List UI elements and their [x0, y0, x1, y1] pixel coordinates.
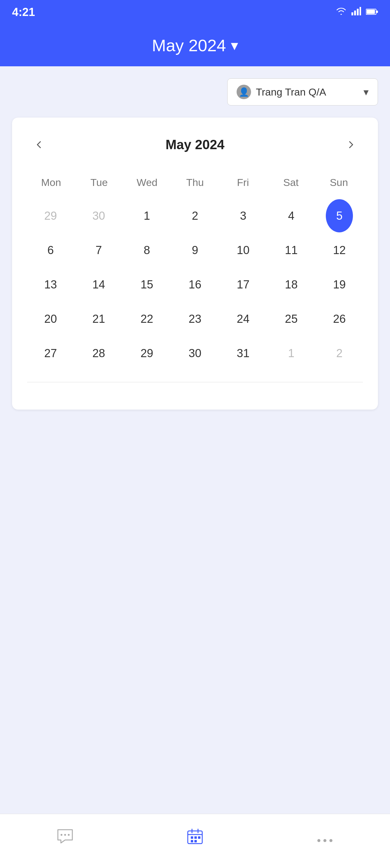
- svg-point-7: [61, 834, 62, 836]
- user-selector-chevron-icon: ▾: [363, 86, 369, 98]
- calendar-day-25[interactable]: 25: [277, 302, 305, 336]
- next-month-button[interactable]: [339, 133, 363, 157]
- calendar-card: May 2024 Mon Tue Wed Thu Fri Sat Sun: [12, 118, 378, 410]
- calendar-day-10[interactable]: 10: [230, 234, 257, 267]
- calendar-day-2[interactable]: 2: [181, 199, 209, 232]
- calendar-day-17[interactable]: 17: [230, 268, 257, 301]
- weekday-sun: Sun: [315, 172, 363, 193]
- calendar-day-24[interactable]: 24: [230, 302, 257, 336]
- svg-point-8: [64, 834, 66, 836]
- status-icons: [336, 7, 378, 18]
- calendar-divider: [27, 382, 363, 382]
- nav-calendar[interactable]: [130, 814, 260, 862]
- svg-rect-1: [354, 10, 356, 16]
- calendar-day-14[interactable]: 14: [85, 268, 113, 301]
- calendar-day-11[interactable]: 11: [277, 234, 305, 267]
- user-name: Trang Tran Q/A: [256, 86, 359, 98]
- calendar-day-18[interactable]: 18: [277, 268, 305, 301]
- weekday-sat: Sat: [267, 172, 315, 193]
- calendar-day-12[interactable]: 12: [326, 234, 353, 267]
- chat-icon: [57, 829, 73, 848]
- calendar-day-2-next[interactable]: 2: [326, 337, 353, 370]
- calendar-day-27[interactable]: 27: [37, 337, 64, 370]
- prev-month-button[interactable]: [27, 133, 51, 157]
- nav-more[interactable]: [260, 814, 390, 862]
- bottom-navigation: [0, 814, 390, 868]
- nav-chat[interactable]: [0, 814, 130, 862]
- status-bar: 4:21: [0, 0, 390, 24]
- battery-icon: [366, 7, 378, 17]
- calendar-weekdays: Mon Tue Wed Thu Fri Sat Sun: [27, 172, 363, 193]
- calendar-day-13[interactable]: 13: [37, 268, 64, 301]
- svg-rect-18: [194, 840, 197, 842]
- svg-rect-15: [194, 836, 197, 839]
- svg-point-9: [68, 834, 70, 836]
- calendar-day-1[interactable]: 1: [133, 199, 160, 232]
- calendar-month-title: May 2024: [166, 137, 224, 152]
- calendar-day-29[interactable]: 29: [133, 337, 160, 370]
- svg-rect-5: [366, 10, 375, 14]
- calendar-day-29-prev[interactable]: 29: [37, 199, 64, 232]
- user-selector[interactable]: 👤 Trang Tran Q/A ▾: [227, 79, 378, 105]
- calendar-day-20[interactable]: 20: [37, 302, 64, 336]
- svg-point-20: [323, 839, 326, 842]
- svg-point-21: [329, 839, 332, 842]
- person-icon: 👤: [239, 87, 249, 97]
- calendar-day-7[interactable]: 7: [85, 234, 113, 267]
- calendar-day-30[interactable]: 30: [181, 337, 209, 370]
- more-icon: [316, 829, 334, 847]
- calendar-day-28[interactable]: 28: [85, 337, 113, 370]
- svg-rect-17: [191, 840, 193, 842]
- calendar-day-8[interactable]: 8: [133, 234, 160, 267]
- signal-icon: [352, 7, 361, 18]
- calendar-day-26[interactable]: 26: [326, 302, 353, 336]
- avatar: 👤: [237, 85, 251, 99]
- calendar-day-15[interactable]: 15: [133, 268, 160, 301]
- header-chevron-icon: ▾: [231, 37, 238, 54]
- svg-rect-16: [198, 836, 201, 839]
- calendar-day-22[interactable]: 22: [133, 302, 160, 336]
- calendar-day-9[interactable]: 9: [181, 234, 209, 267]
- calendar-day-6[interactable]: 6: [37, 234, 64, 267]
- svg-rect-14: [191, 836, 193, 839]
- page-content: 👤 Trang Tran Q/A ▾ May 2024: [0, 66, 390, 814]
- calendar-grid: Mon Tue Wed Thu Fri Sat Sun 29 30 1 2 3 …: [27, 172, 363, 370]
- calendar-day-16[interactable]: 16: [181, 268, 209, 301]
- calendar-day-19[interactable]: 19: [326, 268, 353, 301]
- user-selector-container: 👤 Trang Tran Q/A ▾: [12, 79, 378, 105]
- svg-point-19: [318, 839, 320, 842]
- svg-rect-2: [357, 9, 359, 16]
- calendar-day-31[interactable]: 31: [230, 337, 257, 370]
- calendar-day-3[interactable]: 3: [230, 199, 257, 232]
- header[interactable]: May 2024 ▾: [0, 24, 390, 66]
- status-time: 4:21: [12, 6, 35, 19]
- calendar-day-1-next[interactable]: 1: [277, 337, 305, 370]
- weekday-mon: Mon: [27, 172, 75, 193]
- calendar-day-21[interactable]: 21: [85, 302, 113, 336]
- calendar-day-4[interactable]: 4: [277, 199, 305, 232]
- calendar-icon: [186, 828, 204, 848]
- svg-rect-6: [377, 10, 378, 13]
- header-title-container[interactable]: May 2024 ▾: [152, 36, 238, 55]
- calendar-days: 29 30 1 2 3 4 5 6 7 8 9 10 11 12 13 14 1…: [27, 199, 363, 370]
- weekday-tue: Tue: [75, 172, 123, 193]
- wifi-icon: [336, 7, 347, 18]
- weekday-wed: Wed: [123, 172, 171, 193]
- header-month-year: May 2024: [152, 36, 226, 55]
- svg-rect-0: [352, 12, 353, 16]
- svg-rect-3: [360, 7, 361, 16]
- calendar-day-23[interactable]: 23: [181, 302, 209, 336]
- calendar-day-5-today[interactable]: 5: [326, 199, 353, 232]
- calendar-day-30-prev[interactable]: 30: [85, 199, 113, 232]
- weekday-fri: Fri: [219, 172, 267, 193]
- weekday-thu: Thu: [171, 172, 219, 193]
- calendar-header: May 2024: [27, 133, 363, 157]
